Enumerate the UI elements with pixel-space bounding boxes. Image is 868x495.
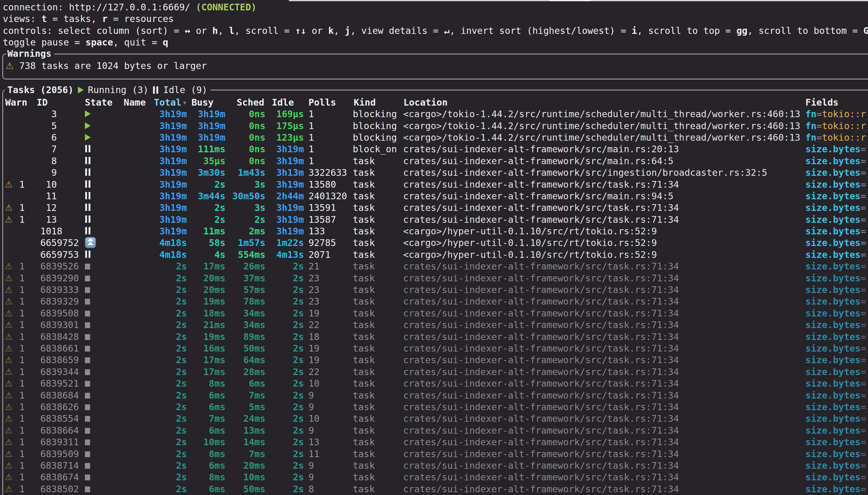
table-row[interactable]: 10183h19m11ms2ms3h19m133task<cargo>/hype… <box>0 225 868 237</box>
table-row[interactable]: ⚠168392902s20ms37ms2s23taskcrates/sui-in… <box>0 273 868 284</box>
sched-cell: 0ns <box>227 108 265 120</box>
polls-cell: 1 <box>308 155 351 167</box>
location-cell: crates/sui-indexer-alt-framework/src/tas… <box>403 366 805 378</box>
table-row[interactable]: 83h19m35µs0ns3h19m1taskcrates/sui-indexe… <box>0 155 868 167</box>
sched-cell: 64ms <box>227 354 265 366</box>
completed-icon <box>85 487 90 492</box>
table-row[interactable]: ⚠168386262s6ms5ms2s9taskcrates/sui-index… <box>0 401 868 413</box>
column-header-name[interactable]: Name <box>124 97 146 108</box>
table-row[interactable]: ⚠168395262s17ms26ms2s21taskcrates/sui-in… <box>0 261 868 272</box>
column-header-polls[interactable]: Polls <box>308 97 336 108</box>
table-row[interactable]: ⚠168384282s19ms89ms2s18taskcrates/sui-in… <box>0 331 868 343</box>
field-key: size.bytes <box>805 249 861 260</box>
id-cell: 6659753 <box>40 249 83 261</box>
table-row[interactable]: ⚠1 123h19m2s3s3h19m13591taskcrates/sui-i… <box>0 202 868 214</box>
table-row[interactable]: ⚠168395092s8ms7ms2s11taskcrates/sui-inde… <box>0 448 868 460</box>
column-header-kind[interactable]: Kind <box>354 97 375 108</box>
warning-icon: ⚠ <box>5 425 13 437</box>
table-row[interactable]: ⚠168385022s6ms50ms2s8taskcrates/sui-inde… <box>0 483 868 495</box>
location-cell: <cargo>/hyper-util-0.1.10/src/rt/tokio.r… <box>403 225 805 237</box>
polls-cell: 8 <box>308 483 351 495</box>
table-row[interactable]: ⚠168395082s18ms34ms2s19taskcrates/sui-in… <box>0 308 868 319</box>
column-header-state[interactable]: State <box>85 97 112 108</box>
warning-icon: ⚠ <box>5 296 13 307</box>
table-row[interactable]: ⚠168395212s8ms6ms2s10taskcrates/sui-inde… <box>0 378 868 389</box>
column-header-idle[interactable]: Idle <box>272 97 294 108</box>
table-row[interactable]: 93h19m3m30s1m43s3h13m3322633taskcrates/s… <box>0 167 868 178</box>
total-cell: 2s <box>148 378 187 389</box>
hint-text: or <box>306 25 328 36</box>
table-row[interactable]: ⚠168387142s6ms20ms2s9taskcrates/sui-inde… <box>0 460 868 472</box>
table-row[interactable]: ⚠168393012s21ms34ms2s22taskcrates/sui-in… <box>0 319 868 331</box>
column-header-warn[interactable]: Warn <box>5 97 27 108</box>
total-cell: 3h19m <box>148 155 187 167</box>
table-row[interactable]: 113h19m3m44s30m50s2h44m2401320taskcrates… <box>0 190 868 202</box>
column-header-sched[interactable]: Sched <box>237 97 264 108</box>
fields-cell: size.bytes= <box>805 261 868 272</box>
busy-cell: 19ms <box>187 331 226 343</box>
table-row[interactable]: 66597524m18s58s1m57s1m22s92785task<cargo… <box>0 237 868 249</box>
location-cell: crates/sui-indexer-alt-framework/src/tas… <box>403 179 805 190</box>
column-header-busy[interactable]: Busy <box>191 97 214 108</box>
idle-cell: 175µs <box>265 120 304 132</box>
completed-icon <box>85 357 90 363</box>
table-row[interactable]: 53h19m3h19m0ns175µs1blocking<cargo>/toki… <box>0 120 868 132</box>
table-row[interactable]: ⚠1 103h19m2s3s3h19m13580taskcrates/sui-i… <box>0 179 868 190</box>
idle-cell: 3h19m <box>265 143 304 155</box>
busy-cell: 16ms <box>187 343 226 354</box>
sched-cell: 50ms <box>227 343 265 354</box>
table-row[interactable]: ⚠168386612s16ms50ms2s19taskcrates/sui-in… <box>0 343 868 354</box>
kind-cell: task <box>353 437 402 448</box>
kind-cell: task <box>353 425 402 437</box>
table-row[interactable]: ⚠168385542s7ms24ms2s10taskcrates/sui-ind… <box>0 413 868 425</box>
column-header-total[interactable]: Total <box>148 97 181 108</box>
kind-cell: task <box>353 308 402 319</box>
idle-cell: 2s <box>265 448 304 460</box>
id-cell: 6838714 <box>40 460 83 472</box>
hint-text: , <box>218 25 229 36</box>
hint-text: , quit = <box>113 37 163 48</box>
table-row[interactable]: 33h19m3h19m0ns169µs1blocking<cargo>/toki… <box>0 108 868 120</box>
scrollbar-thumb[interactable] <box>550 0 591 1</box>
sched-cell: 26ms <box>227 261 265 272</box>
table-row[interactable]: ⚠168393442s17ms28ms2s22taskcrates/sui-in… <box>0 366 868 378</box>
table-row[interactable]: ⚠168386842s6ms7ms2s9taskcrates/sui-index… <box>0 390 868 401</box>
field-eq: = <box>861 226 866 237</box>
total-cell: 2s <box>148 331 187 343</box>
id-cell: 6838659 <box>40 354 83 366</box>
column-header-id[interactable]: ID <box>37 97 48 108</box>
column-header-location[interactable]: Location <box>403 97 448 108</box>
idle-cell: 2s <box>265 354 304 366</box>
fields-cell: size.bytes= <box>805 296 868 307</box>
fields-cell: size.bytes= <box>805 483 868 495</box>
state-cell <box>85 401 90 413</box>
table-row[interactable]: ⚠168393292s19ms78ms2s23taskcrates/sui-in… <box>0 296 868 307</box>
table-row[interactable]: ⚠168386642s6ms13ms2s9taskcrates/sui-inde… <box>0 425 868 437</box>
table-row[interactable]: ⚠168386592s17ms64ms2s19taskcrates/sui-in… <box>0 354 868 366</box>
table-row[interactable]: 66597534m18s4s554ms4m13s2071task<cargo>/… <box>0 249 868 261</box>
table-row[interactable]: 63h19m3h19m0ns123µs1blocking<cargo>/toki… <box>0 132 868 143</box>
idle-cell: 2s <box>265 413 304 425</box>
location-cell: crates/sui-indexer-alt-framework/src/tas… <box>403 308 805 319</box>
busy-cell: 8ms <box>187 472 226 483</box>
hint-text: = tasks, <box>47 13 102 24</box>
column-header-fields[interactable]: Fields <box>805 97 838 108</box>
sched-cell: 0ns <box>227 155 265 167</box>
table-row[interactable]: ⚠168386742s8ms10ms2s9taskcrates/sui-inde… <box>0 472 868 483</box>
table-row[interactable]: ⚠1 133h19m2s2s3h19m13587taskcrates/sui-i… <box>0 214 868 225</box>
hint-text: , scroll = <box>235 25 295 36</box>
busy-cell: 3m30s <box>187 167 226 178</box>
state-cell <box>85 319 90 331</box>
table-row[interactable]: ⚠168393112s10ms14ms2s13taskcrates/sui-in… <box>0 437 868 448</box>
state-cell <box>85 202 91 214</box>
table-row[interactable]: ⚠168393332s20ms57ms2s23taskcrates/sui-in… <box>0 284 868 296</box>
polls-cell: 23 <box>308 273 351 284</box>
warning-icon: ⚠ <box>5 460 13 472</box>
warn-count: 1 <box>19 437 25 448</box>
field-eq: = <box>861 261 866 272</box>
idle-cell: 2s <box>265 308 304 319</box>
field-eq: = <box>861 156 866 166</box>
kind-cell: task <box>353 273 402 284</box>
warning-icon: ⚠ <box>5 319 13 331</box>
table-row[interactable]: 73h19m111ms0ns3h19m1block_oncrates/sui-i… <box>0 143 868 155</box>
